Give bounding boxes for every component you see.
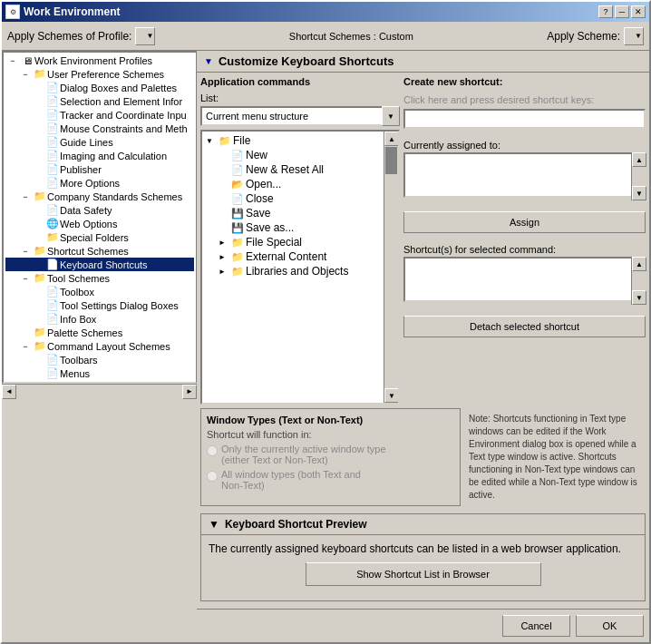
tree-item[interactable]: −📁Company Standards Schemes (5, 190, 194, 203)
tree: −🖥Work Environment Profiles−📁User Prefer… (4, 53, 196, 382)
file-item[interactable]: ►📁 File Special (204, 235, 382, 249)
shortcuts-scroll-down[interactable]: ▼ (632, 290, 646, 305)
cancel-button[interactable]: Cancel (502, 615, 570, 637)
tree-item[interactable]: −📁Shortcut Schemes (5, 244, 194, 258)
help-button[interactable]: ? (598, 5, 613, 18)
tree-label: Shortcut Schemes (47, 246, 129, 257)
tree-label: Tracker and Coordinate Inpu (60, 110, 187, 121)
tree-item[interactable]: 📄Publisher (5, 162, 194, 176)
scheme-select-wrapper: ▼ (624, 27, 644, 45)
tree-icon: 📄 (45, 204, 60, 216)
close-button[interactable]: ✕ (631, 5, 646, 18)
tree-item[interactable]: 📄Dialog Boxes and Palettes (5, 81, 194, 94)
assigned-scroll-up[interactable]: ▲ (632, 152, 646, 167)
minimize-button[interactable]: ─ (615, 5, 629, 18)
horizontal-scrollbar[interactable]: ◄ ► (2, 384, 197, 398)
tree-item[interactable]: 📄Menus (5, 366, 194, 380)
tree-item[interactable]: 📄Selection and Element Infor (5, 94, 194, 108)
radio-option-1: Only the currently active window type(ei… (207, 444, 454, 465)
assigned-scroll-down[interactable]: ▼ (632, 186, 646, 200)
preview-header: ▼ Keyboard Shortcut Preview (201, 514, 645, 535)
tree-item[interactable]: 📄Toolbox (5, 285, 194, 298)
title-buttons: ? ─ ✕ (598, 5, 646, 18)
tree-item[interactable]: 📄Info Box (5, 312, 194, 326)
file-scroll-up[interactable]: ▲ (384, 132, 399, 146)
assigned-textarea[interactable] (403, 152, 646, 198)
radio-active-only[interactable] (207, 445, 218, 456)
file-tree[interactable]: ▼📁 File📄 New📄 New & Reset All📂 Open...📄 … (200, 130, 400, 405)
shortcuts-textarea[interactable] (403, 257, 646, 302)
tree-icon: 📁 (45, 231, 60, 243)
tree-icon: 📁 (33, 190, 47, 202)
title-bar: ⚙ Work Environment ? ─ ✕ (2, 2, 649, 22)
tree-label: Toolbox (60, 287, 94, 298)
tree-item[interactable]: 📄Data Safety (5, 203, 194, 217)
tree-label: Command Layout Schemes (47, 341, 170, 352)
tree-item[interactable]: 📄More Options (5, 176, 194, 190)
tree-icon: 📄 (45, 163, 60, 175)
profile-select-wrapper: ▼ (135, 27, 155, 45)
detach-button[interactable]: Detach selected shortcut (403, 316, 646, 337)
scroll-right-btn[interactable]: ► (182, 385, 197, 399)
file-icon: 📄 (231, 164, 244, 176)
file-expand-icon: ► (219, 253, 229, 261)
root-label: File (233, 134, 250, 147)
file-item[interactable]: 📄 New & Reset All (204, 162, 382, 177)
tree-expand-icon: − (18, 247, 33, 256)
tree-icon: 📄 (45, 299, 60, 311)
tree-label: Info Box (60, 314, 96, 325)
tree-item[interactable]: −📁Command Layout Schemes (5, 339, 194, 353)
shortcuts-scrollbar[interactable]: ▲ ▼ (631, 257, 646, 305)
file-item[interactable]: 💾 Save as... (204, 220, 382, 235)
scroll-left-btn[interactable]: ◄ (2, 385, 16, 399)
list-dropdown[interactable]: Current menu structure (200, 106, 400, 126)
tree-item[interactable]: 📄Imaging and Calculation (5, 149, 194, 162)
scheme-select[interactable] (624, 27, 644, 45)
file-item[interactable]: 💾 Save (204, 206, 382, 220)
tree-panel: −🖥Work Environment Profiles−📁User Prefer… (2, 51, 197, 384)
tree-item[interactable]: 📄Tracker and Coordinate Inpu (5, 108, 194, 122)
tree-item[interactable]: −📁Tool Schemes (5, 271, 194, 285)
tree-item[interactable]: 📄Keyboard Shortcuts (5, 258, 194, 271)
tree-item[interactable]: 📁Special Folders (5, 230, 194, 244)
file-icon: 📁 (231, 237, 244, 249)
tree-item[interactable]: 🌐Web Options (5, 217, 194, 230)
ok-button[interactable]: OK (576, 615, 644, 637)
file-scroll-down[interactable]: ▼ (384, 388, 399, 403)
preview-collapse-icon[interactable]: ▼ (209, 518, 219, 531)
assigned-scrollbar[interactable]: ▲ ▼ (631, 152, 646, 200)
file-item[interactable]: 📂 Open... (204, 177, 382, 191)
file-icon: 💾 (231, 222, 244, 234)
list-dropdown-btn[interactable]: ▼ (382, 106, 400, 126)
file-item[interactable]: ►📁 External Content (204, 249, 382, 264)
tree-label: Publisher (60, 164, 102, 175)
file-item[interactable]: 📄 Close (204, 191, 382, 206)
assign-button[interactable]: Assign (403, 211, 646, 233)
tree-item[interactable]: −🖥Work Environment Profiles (5, 54, 194, 67)
header-collapse-icon[interactable]: ▼ (204, 56, 213, 66)
preview-title: Keyboard Shortcut Preview (225, 518, 367, 531)
tree-item[interactable]: 📄Mouse Constraints and Meth (5, 122, 194, 135)
shortcuts-scroll-up[interactable]: ▲ (632, 257, 646, 271)
radio-all-types[interactable] (207, 471, 218, 482)
tree-label: Toolbars (60, 355, 98, 366)
tree-item[interactable]: 📄Toolbars (5, 353, 194, 366)
tree-icon: 📄 (45, 313, 60, 325)
file-item[interactable]: 📄 New (204, 148, 382, 162)
tree-icon: 📄 (45, 109, 60, 121)
list-dropdown-wrapper: Current menu structure ▼ (200, 106, 400, 126)
file-tree-scrollbar[interactable]: ▲ ▼ (384, 132, 398, 403)
tree-item[interactable]: 📁Palette Schemes (5, 326, 194, 339)
file-scroll-thumb[interactable] (385, 147, 397, 174)
tree-label: Data Safety (60, 205, 112, 216)
show-shortcut-button[interactable]: Show Shortcut List in Browser (306, 562, 541, 586)
shortcut-key-input[interactable] (403, 109, 646, 129)
profile-select[interactable] (135, 27, 155, 45)
file-item[interactable]: ►📁 Libraries and Objects (204, 264, 382, 278)
file-root[interactable]: ▼📁 File (204, 133, 382, 148)
tree-label: Tool Schemes (47, 273, 110, 284)
tree-icon: 📄 (45, 95, 60, 107)
tree-item[interactable]: 📄Guide Lines (5, 135, 194, 149)
tree-item[interactable]: −📁User Preference Schemes (5, 67, 194, 81)
tree-item[interactable]: 📄Tool Settings Dialog Boxes (5, 298, 194, 312)
